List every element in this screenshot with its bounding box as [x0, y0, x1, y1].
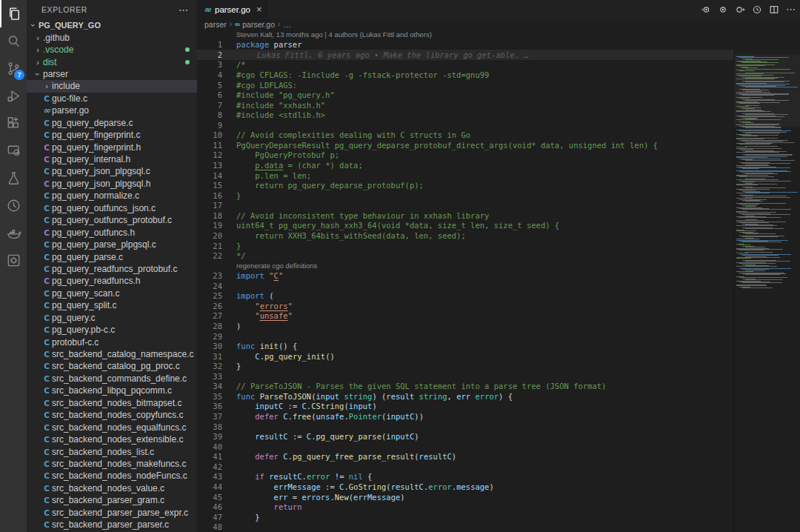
code-line[interactable]: 15 return pg_query_deparse_protobuf(p);: [197, 180, 733, 190]
file-item[interactable]: Cpg_query_scan.c: [27, 287, 197, 299]
code-line[interactable]: 13 p.data = (char *) data;: [197, 160, 733, 170]
code-line[interactable]: 9: [197, 120, 733, 130]
file-item[interactable]: Cprotobuf-c.c: [27, 336, 197, 348]
line-number[interactable]: 6: [197, 90, 222, 99]
line-number[interactable]: 14: [197, 171, 222, 180]
line-number[interactable]: 5: [197, 81, 222, 90]
line-number[interactable]: 41: [197, 452, 222, 461]
line-number[interactable]: 34: [197, 382, 222, 390]
code-line[interactable]: 47 }: [197, 512, 733, 522]
code-line[interactable]: 34// ParseToJSON - Parses the given SQL …: [197, 382, 733, 392]
line-number[interactable]: 28: [197, 322, 222, 330]
file-item[interactable]: Cpg_query_split.c: [27, 299, 197, 311]
extensions-icon[interactable]: [0, 110, 27, 137]
code-line[interactable]: 14 p.len = len;: [197, 170, 733, 181]
file-item[interactable]: Cpg_query_parse_plpgsql.c: [27, 239, 197, 250]
line-number[interactable]: 40: [197, 442, 222, 451]
code-line[interactable]: 28): [197, 321, 733, 331]
line-number[interactable]: 24: [197, 282, 222, 290]
line-number[interactable]: 43: [197, 472, 222, 481]
file-item[interactable]: Cpg_query_normalize.c: [27, 190, 197, 202]
file-item[interactable]: Cpg_query_readfuncs.h: [27, 275, 197, 287]
code-line[interactable]: 17: [197, 201, 733, 211]
line-number[interactable]: 13: [197, 161, 222, 170]
line-number[interactable]: 26: [197, 302, 222, 310]
clock-history-icon[interactable]: [0, 192, 27, 219]
file-item[interactable]: Csrc_backend_parser_gram.c: [27, 494, 197, 506]
line-number[interactable]: 29: [197, 332, 222, 341]
gitlens-changes-icon[interactable]: [735, 4, 745, 15]
testing-flask-icon[interactable]: [0, 164, 27, 192]
code-line[interactable]: 16}: [197, 190, 733, 201]
file-item[interactable]: Cpg_query.c: [27, 312, 197, 324]
file-item[interactable]: Cpg_query.pb-c.c: [27, 324, 197, 336]
line-number[interactable]: 46: [197, 502, 222, 511]
docker-icon[interactable]: [0, 219, 27, 247]
line-number[interactable]: 7: [197, 101, 222, 110]
line-number[interactable]: 48: [197, 522, 222, 531]
file-item[interactable]: Cpg_query_readfuncs_protobuf.c: [27, 263, 197, 275]
folder-item[interactable]: ›parser: [27, 68, 197, 80]
line-number[interactable]: 36: [197, 402, 222, 410]
gitlens-blame-icon[interactable]: [701, 4, 711, 15]
code-line[interactable]: 33: [197, 371, 733, 382]
file-item[interactable]: Csrc_backend_nodes_makefuncs.c: [27, 458, 197, 470]
line-number[interactable]: 19: [197, 221, 222, 230]
code-line[interactable]: 29: [197, 331, 733, 342]
search-icon[interactable]: [0, 27, 27, 55]
breadcrumb-file[interactable]: ∞ parser.go: [235, 20, 275, 29]
code-line[interactable]: 35func ParseToJSON(input string) (result…: [197, 391, 733, 402]
code-line[interactable]: 8#include <stdlib.h>: [197, 110, 733, 120]
code-line[interactable]: 48: [197, 522, 733, 532]
line-number[interactable]: 33: [197, 372, 222, 381]
file-item[interactable]: Cpg_query_deparse.c: [27, 117, 197, 129]
explorer-icon[interactable]: [0, 0, 27, 27]
file-item[interactable]: Csrc_backend_catalog_pg_proc.c: [27, 360, 197, 372]
code-line[interactable]: 38: [197, 422, 733, 432]
line-number[interactable]: 22: [197, 251, 222, 260]
more-actions-icon[interactable]: ⋯: [786, 4, 796, 15]
file-item[interactable]: Csrc_backend_nodes_extensible.c: [27, 433, 197, 445]
minimap[interactable]: [733, 54, 800, 532]
file-item[interactable]: Csrc_backend_nodes_list.c: [27, 445, 197, 457]
codelens-link[interactable]: regenerate cgo definitions: [236, 262, 317, 270]
line-number[interactable]: 10: [197, 130, 222, 139]
file-item[interactable]: Csrc_backend_parser_parser.c: [27, 519, 197, 531]
line-number[interactable]: 1: [197, 40, 222, 49]
code-line[interactable]: 12 PgQueryProtobuf p;: [197, 150, 733, 161]
file-item[interactable]: Csrc_backend_commands_define.c: [27, 373, 197, 385]
file-item[interactable]: Cpg_query_outfuncs.h: [27, 226, 197, 238]
line-number[interactable]: 17: [197, 201, 222, 210]
split-editor-icon[interactable]: [769, 4, 779, 15]
close-icon[interactable]: ×: [256, 4, 262, 15]
code-line[interactable]: 6#include "pg_query.h": [197, 90, 733, 100]
code-line[interactable]: 44 errMessage := C.GoString(resultC.erro…: [197, 482, 733, 492]
file-item[interactable]: Cpg_query_outfuncs_protobuf.c: [27, 214, 197, 226]
folder-item[interactable]: ›dist: [27, 56, 197, 67]
file-item[interactable]: Csrc_backend_parser_parse_expr.c: [27, 507, 197, 519]
code-line[interactable]: 7#include "xxhash.h": [197, 100, 733, 110]
code-line[interactable]: 40: [197, 442, 733, 452]
line-number[interactable]: 30: [197, 342, 222, 350]
line-number[interactable]: 37: [197, 412, 222, 421]
code-line[interactable]: 22*/: [197, 250, 733, 261]
tree-root-item[interactable]: ›PG_QUERY_GO: [27, 19, 197, 31]
line-number[interactable]: 15: [197, 181, 222, 190]
file-history-icon[interactable]: [752, 4, 762, 15]
line-number[interactable]: 16: [197, 191, 222, 200]
line-number[interactable]: 39: [197, 432, 222, 441]
file-item[interactable]: Csrc_backend_nodes_nodeFuncs.c: [27, 470, 197, 482]
file-item[interactable]: Cpg_query_parse.c: [27, 250, 197, 262]
code-line[interactable]: 18// Avoid inconsistent type behaviour i…: [197, 210, 733, 221]
code-line[interactable]: 5#cgo LDFLAGS:: [197, 80, 733, 90]
file-item[interactable]: Csrc_backend_nodes_bitmapset.c: [27, 397, 197, 409]
file-item[interactable]: Cpg_query_fingerprint.h: [27, 141, 197, 153]
line-number[interactable]: 45: [197, 493, 222, 502]
tab-parser-go[interactable]: ∞ parser.go ×: [197, 0, 270, 19]
line-number[interactable]: 18: [197, 211, 222, 220]
code-line[interactable]: 45 err = errors.New(errMessage): [197, 492, 733, 502]
remote-explorer-icon[interactable]: [0, 137, 27, 164]
file-item[interactable]: Cpg_query_fingerprint.c: [27, 129, 197, 141]
code-line[interactable]: 20 return XXH3_64bits_withSeed(data, len…: [197, 230, 733, 241]
line-number[interactable]: 11: [197, 141, 222, 150]
